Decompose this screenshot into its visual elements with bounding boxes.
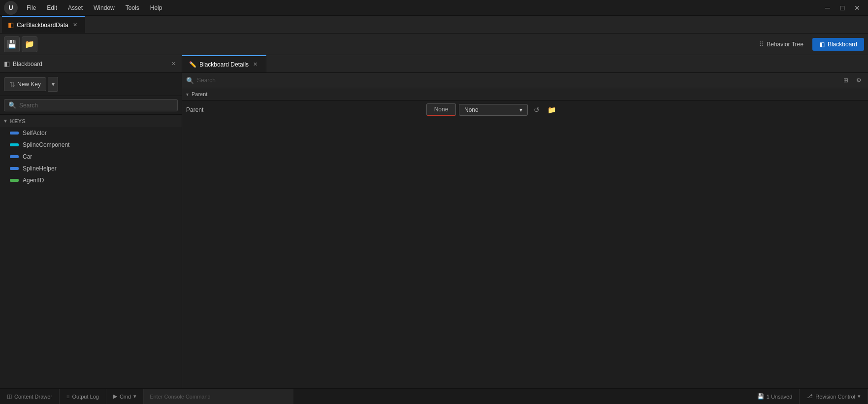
details-panel-header: ✏️ Blackboard Details ✕ <box>182 55 868 73</box>
unsaved-icon: 💾 <box>757 393 764 400</box>
nav-blackboard[interactable]: ◧ Blackboard <box>812 38 864 51</box>
tab-label: CarBlackboardData <box>17 22 68 29</box>
reset-icon: ↺ <box>534 106 540 114</box>
property-row-parent: Parent None None ▾ ↺ 📁 <box>182 101 868 119</box>
main-content: ◧ Blackboard ✕ ⇅ New Key ▾ 🔍 ▾ <box>0 55 868 388</box>
nav-behavior-tree[interactable]: ⠿ Behavior Tree <box>752 38 810 51</box>
unsaved-label: 1 Unsaved <box>767 394 793 400</box>
new-key-button[interactable]: ⇅ New Key <box>4 77 46 91</box>
tab-close-button[interactable]: ✕ <box>71 21 79 29</box>
none-button[interactable]: None <box>426 103 456 116</box>
section-collapse-icon: ▾ <box>186 92 189 97</box>
content-drawer-button[interactable]: ◫ Content Drawer <box>0 389 60 404</box>
menu-window[interactable]: Window <box>89 2 120 13</box>
details-panel: ✏️ Blackboard Details ✕ 🔍 ⊞ ⚙ ▾ Parent <box>182 55 868 388</box>
search-input[interactable] <box>19 102 173 109</box>
behavior-tree-label: Behavior Tree <box>767 41 804 48</box>
keys-header: ▾ KEYS <box>0 115 182 127</box>
details-search-icons: ⊞ ⚙ <box>840 75 864 86</box>
console-input[interactable] <box>150 394 288 400</box>
details-search-input[interactable] <box>197 77 837 84</box>
minimize-button[interactable]: ─ <box>821 1 835 15</box>
gear-icon: ⚙ <box>856 77 862 84</box>
new-key-icon: ⇅ <box>9 80 15 88</box>
cmd-label: Cmd <box>120 394 131 400</box>
unsaved-button[interactable]: 💾 1 Unsaved <box>750 389 800 404</box>
details-view-options-button[interactable]: ⊞ <box>840 75 851 86</box>
close-button[interactable]: ✕ <box>850 1 864 15</box>
maximize-button[interactable]: □ <box>836 1 849 15</box>
tab-bar: ◧ CarBlackboardData ✕ <box>0 16 868 34</box>
statusbar: ◫ Content Drawer ≡ Output Log ▶ Cmd ▾ 💾 … <box>0 388 868 404</box>
details-settings-button[interactable]: ⚙ <box>853 75 864 86</box>
revision-icon: ⎇ <box>806 393 813 400</box>
revision-label: Revision Control <box>815 394 855 400</box>
blackboard-panel-header: ◧ Blackboard ✕ <box>0 55 182 73</box>
new-key-dropdown[interactable]: ▾ <box>48 77 58 92</box>
reset-button[interactable]: ↺ <box>531 104 543 116</box>
list-item[interactable]: Car <box>0 151 182 163</box>
cmd-button[interactable]: ▶ Cmd ▾ <box>106 389 144 404</box>
browse-button[interactable]: 📁 <box>22 36 37 52</box>
list-item[interactable]: SplineHelper <box>0 163 182 174</box>
section-label-parent: Parent <box>192 91 207 97</box>
window-controls: ─ □ ✕ <box>821 1 864 15</box>
key-indicator-agentid <box>10 179 19 182</box>
revision-control-button[interactable]: ⎇ Revision Control ▾ <box>800 389 868 404</box>
search-wrapper: 🔍 <box>4 99 178 111</box>
blackboard-panel-title: Blackboard <box>13 61 42 67</box>
parent-dropdown[interactable]: None ▾ <box>459 104 528 116</box>
chevron-down-icon: ▾ <box>52 81 55 88</box>
statusbar-left: ◫ Content Drawer ≡ Output Log ▶ Cmd ▾ <box>0 389 293 404</box>
app-logo: U <box>4 1 18 15</box>
tab-carblackboarddata[interactable]: ◧ CarBlackboardData ✕ <box>2 16 85 33</box>
details-content: ▾ Parent Parent None None ▾ ↺ 📁 <box>182 88 868 388</box>
new-key-label: New Key <box>17 81 41 88</box>
blackboard-panel-icon: ◧ <box>4 60 10 67</box>
details-search-bar: 🔍 ⊞ ⚙ <box>182 73 868 88</box>
browse-asset-button[interactable]: 📁 <box>546 104 557 116</box>
detail-tab-close[interactable]: ✕ <box>252 61 259 68</box>
chevron-down-icon: ▾ <box>519 106 522 113</box>
toolbar-right: ⠿ Behavior Tree ◧ Blackboard <box>752 38 864 51</box>
list-item[interactable]: SelfActor <box>0 127 182 139</box>
key-indicator-splinecomponent <box>10 143 19 146</box>
blackboard-panel-close[interactable]: ✕ <box>169 60 178 68</box>
key-label-splinehelper: SplineHelper <box>23 165 57 172</box>
output-log-icon: ≡ <box>66 394 69 400</box>
section-parent[interactable]: ▾ Parent <box>182 88 868 101</box>
panel-header-left: ◧ Blackboard <box>4 60 42 67</box>
property-label-parent: Parent <box>186 106 422 113</box>
toolbar: 💾 📁 ⠿ Behavior Tree ◧ Blackboard <box>0 34 868 55</box>
revision-arrow-icon: ▾ <box>858 393 861 400</box>
details-search-icon: 🔍 <box>186 77 194 84</box>
detail-tab-blackboard-details[interactable]: ✏️ Blackboard Details ✕ <box>182 55 266 72</box>
keys-section: ▾ KEYS SelfActor SplineComponent Car Spl… <box>0 115 182 388</box>
folder-icon: 📁 <box>547 106 556 114</box>
menu-edit[interactable]: Edit <box>42 2 62 13</box>
keys-header-label: KEYS <box>10 118 26 124</box>
property-controls-parent: None None ▾ ↺ 📁 <box>426 103 557 116</box>
key-indicator-selfactor <box>10 132 19 135</box>
menu-bar: File Edit Asset Window Tools Help <box>22 2 167 13</box>
cmd-arrow-icon: ▾ <box>133 393 136 400</box>
behavior-tree-icon: ⠿ <box>759 41 764 48</box>
output-log-label: Output Log <box>72 394 98 400</box>
tab-icon: ◧ <box>8 21 14 29</box>
statusbar-right: 💾 1 Unsaved ⎇ Revision Control ▾ <box>750 389 868 404</box>
keys-collapse-icon[interactable]: ▾ <box>4 118 7 124</box>
key-label-car: Car <box>23 153 32 160</box>
list-item[interactable]: SplineComponent <box>0 139 182 151</box>
menu-help[interactable]: Help <box>145 2 167 13</box>
list-item[interactable]: AgentID <box>0 174 182 186</box>
menu-file[interactable]: File <box>22 2 41 13</box>
menu-asset[interactable]: Asset <box>63 2 88 13</box>
key-indicator-splinehelper <box>10 167 19 170</box>
blackboard-nav-label: Blackboard <box>828 41 857 48</box>
output-log-button[interactable]: ≡ Output Log <box>60 389 106 404</box>
browse-icon: 📁 <box>25 39 34 49</box>
console-input-area <box>144 389 293 404</box>
menu-tools[interactable]: Tools <box>121 2 144 13</box>
save-button[interactable]: 💾 <box>4 36 20 52</box>
toolbar-left: 💾 📁 <box>4 36 37 52</box>
